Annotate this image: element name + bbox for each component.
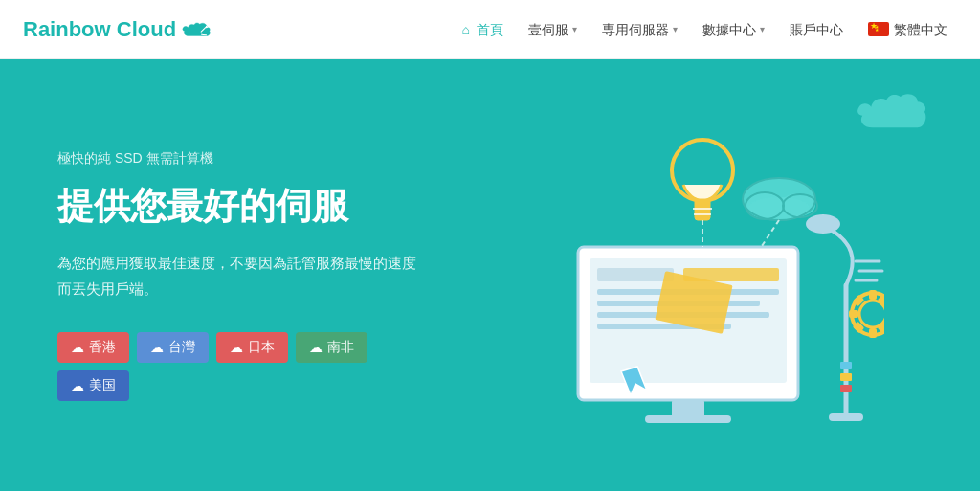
nav-vps[interactable]: 壹伺服 ▾ [519,0,587,59]
hero-description: 為您的應用獲取最佳速度，不要因為託管服務最慢的速度而丟失用戶端。 [57,250,421,301]
cloud-tag-icon: ☁ [150,340,164,355]
svg-point-28 [859,301,884,327]
tag-hongkong-label: 香港 [89,339,116,356]
tag-japan-label: 日本 [248,339,275,356]
logo-text: Rainbow Cloud [23,17,176,42]
nav-vps-label: 壹伺服 [528,0,568,59]
hero-title: 提供您最好的伺服 [57,183,421,230]
nav-dedicated[interactable]: 専用伺服器 ▾ [592,0,687,59]
hero-content: 極快的純 SSD 無需計算機 提供您最好的伺服 為您的應用獲取最佳速度，不要因為… [57,150,421,400]
tag-south-africa[interactable]: ☁ 南非 [296,332,368,363]
nav-account-label: 賬戶中心 [790,0,843,59]
hero-illustration [482,113,884,438]
svg-rect-13 [695,199,710,220]
nav-datacenter[interactable]: 數據中心 ▾ [693,0,774,59]
svg-line-24 [760,220,779,249]
chevron-down-icon: ▾ [572,0,577,59]
cloud-tag-icon: ☁ [71,340,84,355]
language-label: 繁體中文 [894,0,947,59]
tag-south-africa-label: 南非 [327,339,354,356]
tag-taiwan[interactable]: ☁ 台灣 [137,332,209,363]
svg-rect-10 [645,415,731,423]
svg-rect-37 [829,413,863,421]
svg-rect-2 [597,268,674,281]
chevron-down-icon: ▾ [673,0,678,59]
deco-cloud-top-icon [856,82,942,135]
svg-rect-42 [840,373,852,381]
tag-usa-label: 美国 [89,377,116,394]
nav-home[interactable]: ⌂ 首頁 [453,0,513,59]
cloud-tag-icon: ☁ [230,340,243,355]
cloud-tag-icon: ☁ [309,340,323,355]
navbar: Rainbow Cloud ⌂ 首頁 壹伺服 ▾ 専用伺服器 ▾ 數據中心 ▾ … [0,0,980,59]
svg-rect-30 [869,328,877,338]
svg-rect-29 [869,290,877,300]
hero-tags: ☁ 香港 ☁ 台灣 ☁ 日本 ☁ 南非 ☁ 美国 [57,332,421,401]
tag-usa[interactable]: ☁ 美国 [57,370,129,401]
svg-rect-43 [840,385,852,392]
illustration-svg [482,113,884,458]
nav-account[interactable]: 賬戶中心 [780,0,853,59]
hero-section: 極快的純 SSD 無需計算機 提供您最好的伺服 為您的應用獲取最佳速度，不要因為… [0,59,980,491]
nav-dedicated-label: 専用伺服器 [602,0,669,59]
chevron-down-icon: ▾ [760,0,765,59]
logo[interactable]: Rainbow Cloud [23,17,216,42]
tag-hongkong[interactable]: ☁ 香港 [57,332,129,363]
tag-japan[interactable]: ☁ 日本 [216,332,288,363]
home-icon: ⌂ [462,0,470,59]
svg-rect-31 [849,310,858,318]
flag-china-icon: ★ ★ ★ [868,22,889,36]
tag-taiwan-label: 台灣 [168,339,195,356]
logo-cloud-icon [182,18,216,41]
cloud-tag-icon: ☁ [71,378,84,393]
nav-links: ⌂ 首頁 壹伺服 ▾ 専用伺服器 ▾ 數據中心 ▾ 賬戶中心 ★ ★ ★ 繁體中… [453,0,957,59]
svg-point-26 [806,214,840,234]
hero-subtitle: 極快的純 SSD 無需計算機 [57,150,421,167]
nav-datacenter-label: 數據中心 [702,0,756,59]
nav-lang[interactable]: ★ ★ ★ 繁體中文 [858,0,957,59]
svg-rect-41 [840,362,852,369]
svg-rect-9 [672,400,704,417]
nav-home-label: 首頁 [477,0,503,59]
